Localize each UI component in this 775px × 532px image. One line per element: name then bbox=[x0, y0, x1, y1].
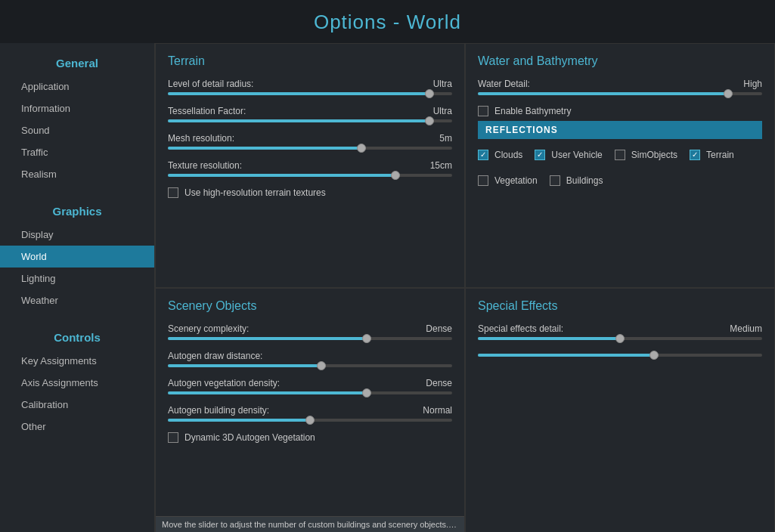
sidebar-item-information[interactable]: Information bbox=[0, 97, 154, 119]
terrain-ref-checkbox[interactable] bbox=[690, 150, 700, 160]
highres-label: Use high-resolution terrain textures bbox=[184, 187, 326, 198]
lod-label: Level of detail radius: bbox=[168, 79, 253, 89]
clouds-checkbox[interactable] bbox=[478, 150, 488, 160]
highres-checkbox-row[interactable]: Use high-resolution terrain textures bbox=[168, 187, 452, 198]
mesh-value: 5m bbox=[439, 133, 452, 144]
water-title: Water and Bathymetry bbox=[478, 54, 762, 68]
special-effects-panel: Special Effects Special effects detail: … bbox=[465, 288, 775, 532]
sidebar-item-key-assignments[interactable]: Key Assignments bbox=[0, 350, 154, 372]
sidebar-item-realism[interactable]: Realism bbox=[0, 163, 154, 185]
texture-slider-row: Texture resolution: 15cm bbox=[168, 160, 452, 177]
autogen-veg-slider[interactable] bbox=[168, 391, 452, 394]
autogen-bld-value: Normal bbox=[423, 405, 452, 416]
mesh-slider-row: Mesh resolution: 5m bbox=[168, 133, 452, 150]
vegetation-checkbox-row[interactable]: Vegetation bbox=[478, 175, 538, 186]
sidebar-item-world[interactable]: World bbox=[0, 246, 154, 268]
buildings-checkbox-row[interactable]: Buildings bbox=[550, 175, 603, 186]
texture-label: Texture resolution: bbox=[168, 160, 242, 171]
bathymetry-label: Enable Bathymetry bbox=[494, 106, 571, 116]
sidebar-item-calibration[interactable]: Calibration bbox=[0, 394, 154, 416]
special-detail-value: Medium bbox=[730, 323, 762, 334]
tess-value: Ultra bbox=[433, 106, 452, 116]
controls-section-title: Controls bbox=[0, 323, 154, 350]
special-slider2[interactable] bbox=[478, 354, 762, 357]
lod-slider[interactable] bbox=[168, 92, 452, 95]
terrain-title: Terrain bbox=[168, 54, 452, 68]
bathymetry-checkbox-row[interactable]: Enable Bathymetry bbox=[478, 106, 762, 116]
lod-slider-row: Level of detail radius: Ultra bbox=[168, 79, 452, 95]
tess-slider-row: Tessellation Factor: Ultra bbox=[168, 106, 452, 122]
content-area: Terrain Level of detail radius: Ultra Te… bbox=[155, 43, 775, 532]
terrain-ref-label: Terrain bbox=[706, 150, 734, 160]
water-detail-label: Water Detail: bbox=[478, 79, 530, 89]
sidebar-item-traffic[interactable]: Traffic bbox=[0, 141, 154, 163]
autogen-bld-slider-row: Autogen building density: Normal bbox=[168, 405, 452, 422]
mesh-label: Mesh resolution: bbox=[168, 133, 234, 144]
user-vehicle-checkbox-row[interactable]: User Vehicle bbox=[535, 150, 602, 160]
water-detail-slider-row: Water Detail: High bbox=[478, 79, 762, 95]
buildings-label: Buildings bbox=[566, 175, 603, 186]
special-slider2-row bbox=[478, 351, 762, 357]
reflections-checkboxes: Clouds User Vehicle SimObjects Terrain V… bbox=[478, 145, 762, 190]
simobjects-checkbox-row[interactable]: SimObjects bbox=[615, 150, 677, 160]
terrain-ref-checkbox-row[interactable]: Terrain bbox=[690, 150, 734, 160]
page-title: Options - World bbox=[314, 11, 461, 33]
vegetation-checkbox[interactable] bbox=[478, 175, 488, 186]
autogen-dist-slider-row: Autogen draw distance: bbox=[168, 351, 452, 367]
texture-value: 15cm bbox=[430, 160, 452, 171]
tess-slider[interactable] bbox=[168, 119, 452, 122]
graphics-section-title: Graphics bbox=[0, 197, 154, 224]
simobjects-label: SimObjects bbox=[631, 150, 677, 160]
water-panel: Water and Bathymetry Water Detail: High … bbox=[465, 43, 775, 288]
autogen-veg-value: Dense bbox=[426, 378, 452, 388]
header: Options - World bbox=[0, 0, 775, 43]
water-detail-slider[interactable] bbox=[478, 92, 762, 95]
tess-label: Tessellation Factor: bbox=[168, 106, 246, 116]
buildings-checkbox[interactable] bbox=[550, 175, 560, 186]
sidebar: General Application Information Sound Tr… bbox=[0, 43, 155, 532]
dynamic-veg-checkbox-row[interactable]: Dynamic 3D Autogen Vegetation bbox=[168, 432, 452, 443]
vegetation-label: Vegetation bbox=[494, 175, 538, 186]
autogen-dist-label: Autogen draw distance: bbox=[168, 351, 262, 361]
reflections-bar: REFLECTIONS bbox=[478, 121, 762, 139]
user-vehicle-checkbox[interactable] bbox=[535, 150, 545, 160]
complexity-value: Dense bbox=[426, 323, 452, 334]
complexity-label: Scenery complexity: bbox=[168, 323, 249, 334]
clouds-checkbox-row[interactable]: Clouds bbox=[478, 150, 522, 160]
sidebar-item-sound[interactable]: Sound bbox=[0, 119, 154, 141]
special-detail-slider[interactable] bbox=[478, 337, 762, 340]
sidebar-item-weather[interactable]: Weather bbox=[0, 289, 154, 311]
sidebar-item-other[interactable]: Other bbox=[0, 416, 154, 438]
clouds-label: Clouds bbox=[494, 150, 522, 160]
dynamic-veg-label: Dynamic 3D Autogen Vegetation bbox=[184, 432, 315, 443]
bathymetry-checkbox[interactable] bbox=[478, 106, 488, 116]
highres-checkbox[interactable] bbox=[168, 187, 178, 198]
dynamic-veg-checkbox[interactable] bbox=[168, 432, 178, 443]
autogen-veg-slider-row: Autogen vegetation density: Dense bbox=[168, 378, 452, 394]
mesh-slider[interactable] bbox=[168, 147, 452, 150]
sidebar-item-application[interactable]: Application bbox=[0, 76, 154, 97]
autogen-bld-slider[interactable] bbox=[168, 419, 452, 422]
special-detail-label: Special effects detail: bbox=[478, 323, 563, 334]
sidebar-item-display[interactable]: Display bbox=[0, 224, 154, 246]
general-section-title: General bbox=[0, 49, 154, 76]
lod-value: Ultra bbox=[433, 79, 452, 89]
special-detail-slider-row: Special effects detail: Medium bbox=[478, 323, 762, 340]
autogen-dist-slider[interactable] bbox=[168, 364, 452, 367]
complexity-slider[interactable] bbox=[168, 337, 452, 340]
user-vehicle-label: User Vehicle bbox=[551, 150, 602, 160]
scenery-panel: Scenery Objects Scenery complexity: Dens… bbox=[155, 288, 465, 532]
autogen-veg-label: Autogen vegetation density: bbox=[168, 378, 280, 388]
water-detail-value: High bbox=[743, 79, 762, 89]
texture-slider[interactable] bbox=[168, 174, 452, 177]
complexity-slider-row: Scenery complexity: Dense bbox=[168, 323, 452, 340]
autogen-bld-label: Autogen building density: bbox=[168, 405, 269, 416]
sidebar-item-axis-assignments[interactable]: Axis Assignments bbox=[0, 372, 154, 394]
terrain-panel: Terrain Level of detail radius: Ultra Te… bbox=[155, 43, 465, 288]
sidebar-item-lighting[interactable]: Lighting bbox=[0, 268, 154, 289]
scenery-title: Scenery Objects bbox=[168, 299, 452, 313]
scenery-tooltip: Move the slider to adjust the number of … bbox=[156, 516, 464, 532]
simobjects-checkbox[interactable] bbox=[615, 150, 625, 160]
main-layout: General Application Information Sound Tr… bbox=[0, 43, 775, 532]
special-title: Special Effects bbox=[478, 299, 762, 313]
